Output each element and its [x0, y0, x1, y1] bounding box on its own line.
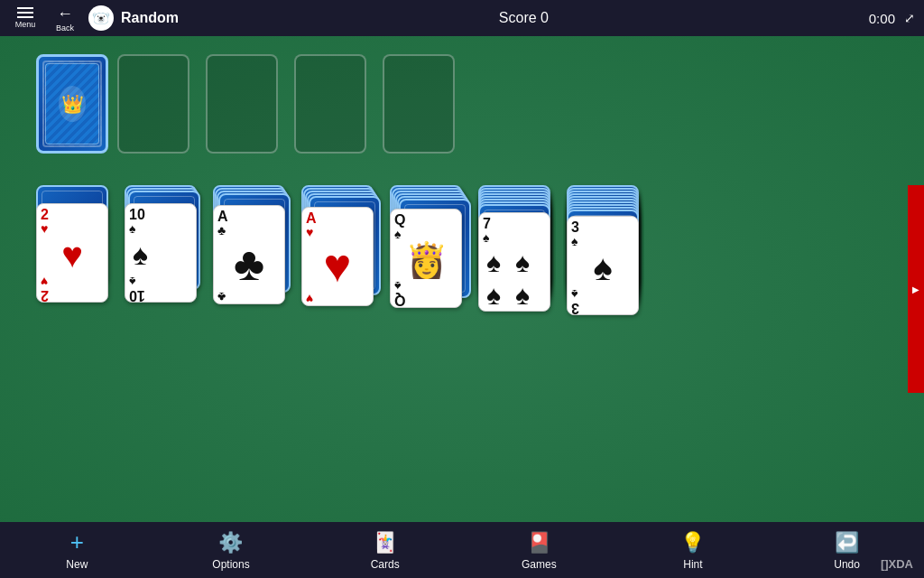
header-right: 0:00 ⤢: [869, 11, 915, 26]
tableau-col-2-face[interactable]: 10 ♠ ♠ 10 ♠: [125, 203, 197, 303]
expand-button[interactable]: ⤢: [904, 11, 915, 25]
options-label: Options: [212, 558, 249, 571]
foundation-slot-3[interactable]: [294, 54, 366, 154]
score-label: Score: [499, 10, 537, 25]
new-button[interactable]: + New: [32, 530, 122, 571]
tableau-col-7: 3 ♠ ♠ 3 ♠: [567, 185, 639, 321]
cards-label: Cards: [371, 558, 400, 571]
col1-suit-top: ♥: [41, 222, 48, 235]
col2-center: ♠: [129, 235, 192, 275]
game-title: Random: [121, 10, 179, 26]
xda-watermark: []XDA: [881, 557, 913, 571]
foundation-slot-2[interactable]: [206, 54, 278, 154]
undo-label: Undo: [834, 558, 860, 571]
tableau-col-2: 10 ♠ ♠ 10 ♠: [125, 185, 197, 321]
back-button[interactable]: ← Back: [49, 2, 81, 34]
header-left: Menu ← Back 🐻‍❄️ Random: [9, 2, 179, 34]
game-logo-icon: 🐻‍❄️: [88, 5, 114, 31]
foundation-area: [117, 54, 455, 154]
col5-queen-figure: 👸: [394, 240, 457, 280]
scroll-indicator[interactable]: ▶: [908, 185, 924, 393]
scroll-arrow-icon: ▶: [912, 284, 919, 294]
new-icon: +: [64, 530, 89, 555]
col1-center: ♥: [41, 235, 104, 275]
back-arrow-icon: ←: [57, 5, 73, 23]
stock-emblem: 👑: [59, 86, 86, 122]
tableau-col-4: A ♥ ♥ A ♥: [301, 185, 374, 321]
tableau-col-1: 2 ♥ ♥ 2 ♥: [36, 185, 108, 321]
undo-button[interactable]: ↩️ Undo: [802, 530, 892, 571]
col2-suit: ♠: [129, 222, 135, 235]
new-label: New: [66, 558, 88, 571]
tableau-col-6-face[interactable]: 7 ♠ ♠♠ ♠♠ ♠♠ ♠ 7 ♠: [478, 212, 550, 312]
stock-pile[interactable]: 👑: [36, 54, 108, 154]
cards-button[interactable]: 🃏 Cards: [340, 530, 430, 571]
hint-icon: 💡: [680, 530, 706, 555]
menu-label: Menu: [15, 20, 36, 29]
tableau-area: 2 ♥ ♥ 2 ♥: [36, 185, 639, 321]
game-area: 👑 2 ♥ ♥: [0, 36, 924, 540]
score-display: Score 0: [499, 10, 549, 26]
header: Menu ← Back 🐻‍❄️ Random Score 0 0:00 ⤢: [0, 0, 924, 36]
foundation-slot-4[interactable]: [383, 54, 455, 154]
games-icon: 🎴: [526, 530, 551, 555]
tableau-col-5-face[interactable]: Q ♠ 👸 Q ♠: [390, 209, 462, 308]
col2-rank: 10: [129, 208, 145, 222]
undo-icon: ↩️: [835, 530, 860, 555]
foundation-slot-1[interactable]: [117, 54, 189, 154]
hint-label: Hint: [683, 558, 702, 571]
cards-icon: 🃏: [373, 530, 398, 555]
tableau-col-4-face[interactable]: A ♥ ♥ A ♥: [301, 207, 374, 306]
tableau-col-7-face[interactable]: 3 ♠ ♠ 3 ♠: [567, 216, 639, 315]
hint-button[interactable]: 💡 Hint: [648, 530, 738, 571]
tableau-col-1-face[interactable]: 2 ♥ ♥ 2 ♥: [36, 203, 108, 303]
back-label: Back: [56, 23, 74, 33]
col1-rank: 2: [41, 208, 49, 222]
tableau-col-3-face[interactable]: A ♣ ♣ A ♣: [213, 205, 285, 304]
options-gear-icon: ⚙️: [218, 530, 244, 555]
games-label: Games: [522, 558, 557, 571]
options-button[interactable]: ⚙️ Options: [186, 530, 276, 571]
score-value: 0: [541, 10, 549, 25]
footer: + New ⚙️ Options 🃏 Cards 🎴 Games 💡 Hint …: [0, 522, 924, 578]
menu-button[interactable]: Menu: [9, 2, 42, 34]
games-button[interactable]: 🎴 Games: [494, 530, 584, 571]
tableau-col-5: Q ♠ 👸 Q ♠: [390, 185, 462, 321]
timer-display: 0:00: [869, 11, 895, 26]
tableau-col-3: A ♣ ♣ A ♣: [213, 185, 285, 321]
tableau-col-6: 7 ♠ ♠♠ ♠♠ ♠♠ ♠ 7 ♠: [478, 185, 550, 321]
